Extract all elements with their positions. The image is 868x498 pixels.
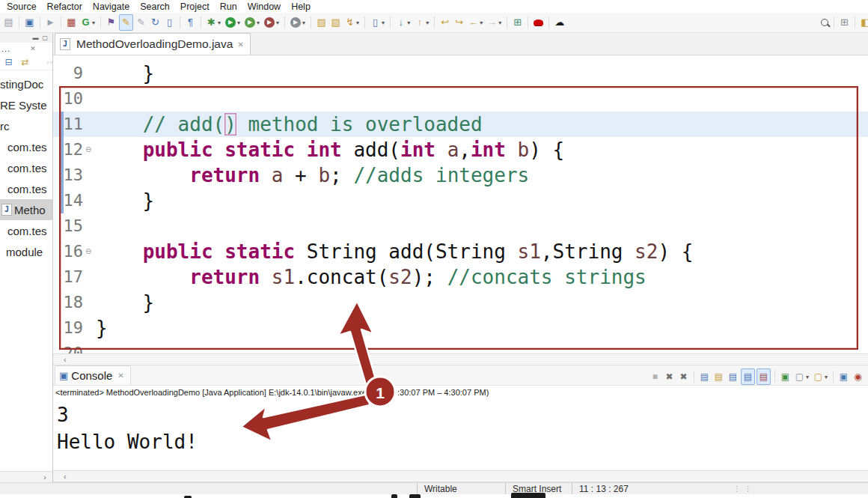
open-console-icon[interactable]: ▣: [23, 15, 36, 30]
clear-console-icon[interactable]: ▤: [698, 369, 711, 384]
import-icon[interactable]: ↓▾: [394, 15, 412, 30]
dropdown-arrow-icon[interactable]: ▾: [218, 19, 221, 26]
maximize-view-icon[interactable]: ◉: [852, 369, 864, 384]
dropdown-arrow-icon[interactable]: ▾: [237, 19, 240, 26]
dropdown-arrow-icon[interactable]: ▾: [498, 19, 501, 26]
scroll-left-icon[interactable]: ‹: [64, 472, 67, 481]
dropdown-arrow-icon[interactable]: ▾: [302, 19, 305, 26]
export-icon[interactable]: ↑▾: [413, 15, 430, 30]
java-element-icon[interactable]: ▯▾: [369, 15, 386, 30]
tab-methodoverloadingdemo[interactable]: J MethodOverloadingDemo.java ✕: [55, 33, 251, 55]
sidebar-item-com-tes[interactable]: com.tes: [0, 220, 52, 241]
open-folder-icon[interactable]: ▨: [315, 15, 328, 30]
dropdown-arrow-icon[interactable]: ▾: [276, 19, 279, 26]
java-perspective-icon[interactable]: ◧: [859, 15, 868, 30]
search-icon[interactable]: [819, 15, 830, 30]
show-whitespace-icon[interactable]: ¶: [184, 15, 197, 30]
menu-search[interactable]: Search: [135, 1, 175, 12]
menu-run[interactable]: Run: [215, 1, 242, 12]
open-perspective-icon[interactable]: ⊞: [838, 15, 851, 30]
save-icon[interactable]: ▤: [2, 15, 15, 30]
flashlight-icon[interactable]: ⚑: [105, 15, 117, 30]
debug-icon[interactable]: ✱▾: [205, 15, 222, 30]
dropdown-arrow-icon[interactable]: ▾: [257, 19, 260, 26]
closed-folder-icon[interactable]: ▧: [329, 15, 342, 30]
menu-window[interactable]: Window: [242, 1, 286, 12]
torch-icon[interactable]: ↯▾: [343, 15, 361, 30]
scroll-right-icon[interactable]: ›: [43, 473, 46, 482]
console-hscrollbar[interactable]: ‹: [53, 470, 868, 482]
package-explorer-tab[interactable]: ... ✕: [0, 43, 52, 55]
collapse-all-icon[interactable]: ⊟: [2, 55, 15, 70]
plugin-grid-icon-glyph: ▦: [67, 17, 76, 28]
external-tools-icon[interactable]: ▶▾: [289, 15, 307, 30]
maximize-view-icon[interactable]: ▢: [42, 34, 48, 43]
sidebar-item-com-tes[interactable]: com.tes: [0, 157, 52, 178]
menu-navigate[interactable]: Navigate: [88, 1, 135, 12]
editor-hscrollbar[interactable]: ‹: [53, 353, 868, 365]
dropdown-arrow-icon[interactable]: ▾: [382, 19, 385, 26]
dropdown-arrow-icon[interactable]: ▾: [806, 374, 809, 380]
dropdown-arrow-icon[interactable]: ▾: [407, 19, 410, 26]
new-window-icon[interactable]: ⊞: [511, 15, 524, 30]
scroll-left-icon[interactable]: ‹: [64, 355, 67, 364]
pin-console-icon[interactable]: ▣: [779, 369, 792, 384]
status-bar: Writable Smart Insert 11 : 13 : 267 ⋮ ⋮: [0, 482, 868, 494]
close-icon[interactable]: ✕: [30, 45, 36, 52]
forward-history-icon[interactable]: ↪: [453, 15, 465, 30]
tab-console[interactable]: ▣ Console ✕: [55, 365, 131, 385]
toolbar-separator: [774, 371, 775, 383]
profile-icon[interactable]: ▶▾: [263, 15, 281, 30]
close-icon[interactable]: ✕: [237, 40, 243, 49]
cloud-icon[interactable]: ☁: [553, 15, 566, 30]
minimize-view-icon[interactable]: ▬: [32, 34, 38, 43]
minimize-view-icon[interactable]: ▣: [837, 369, 850, 384]
link-with-editor-icon[interactable]: ⇄: [19, 55, 31, 70]
redhat-icon[interactable]: [532, 15, 545, 30]
menu-help[interactable]: Help: [286, 1, 316, 12]
next-annotation-icon[interactable]: →▾: [486, 15, 503, 30]
magnifier-shape: [821, 19, 828, 26]
dropdown-arrow-icon[interactable]: ▾: [426, 19, 429, 26]
update-icon[interactable]: ↻: [149, 15, 162, 30]
back-history-icon[interactable]: ↩: [438, 15, 451, 30]
sidebar-item-stingdoc[interactable]: stingDoc: [0, 73, 52, 94]
menu-project[interactable]: Project: [175, 1, 215, 12]
plugin-grid-icon[interactable]: ▦: [65, 15, 78, 30]
previous-annotation-icon[interactable]: ←▾: [467, 15, 484, 30]
display-selected-console-icon[interactable]: ▢▾: [793, 369, 810, 384]
gradle-refresh-icon[interactable]: G▾: [79, 15, 97, 30]
sidebar-item-com-tes[interactable]: com.tes: [0, 178, 52, 199]
new-class-icon[interactable]: ▯: [163, 15, 176, 30]
code-editor[interactable]: 89 }1011 // add() method is overloaded12…: [53, 55, 868, 353]
sidebar-item-module[interactable]: module: [0, 241, 52, 262]
mark-occurrences-icon[interactable]: ✎: [119, 14, 133, 31]
run-icon[interactable]: ▶▾: [224, 15, 242, 30]
terminate-icon[interactable]: ■: [649, 369, 661, 384]
minimize-view-icon-glyph: ▣: [839, 371, 849, 382]
sidebar-item-re-syste[interactable]: RE Syste: [0, 94, 52, 115]
menu-refactor[interactable]: Refactor: [42, 1, 88, 12]
package-explorer-toolbar: ⊟⇄◦◦⋮: [0, 55, 52, 70]
format-icon[interactable]: ✎: [135, 15, 147, 30]
coverage-icon[interactable]: ▶▾: [243, 15, 261, 30]
selection-cursor-icon[interactable]: ►: [44, 15, 57, 30]
dropdown-arrow-icon[interactable]: ▾: [356, 19, 359, 26]
sidebar-item-com-tes[interactable]: com.tes: [0, 136, 52, 157]
sidebar-item-rc[interactable]: rc: [0, 115, 52, 136]
close-icon[interactable]: ✕: [117, 371, 123, 380]
remove-all-launches-icon[interactable]: ✖: [677, 369, 690, 384]
sidebar-item-metho[interactable]: JMetho: [0, 199, 52, 220]
dropdown-arrow-icon[interactable]: ▾: [825, 374, 828, 380]
show-console-stderr-icon[interactable]: ▤: [757, 368, 771, 385]
open-console-icon[interactable]: ▢▾: [812, 369, 829, 384]
dropdown-arrow-icon[interactable]: ▾: [92, 19, 95, 26]
package-explorer-hscrollbar[interactable]: ›: [0, 471, 52, 482]
show-console-stdout-icon[interactable]: ▤: [741, 368, 755, 385]
remove-launch-icon[interactable]: ✖: [663, 369, 676, 384]
dropdown-arrow-icon[interactable]: ▾: [480, 19, 483, 26]
console-output[interactable]: 3Hello World!: [53, 400, 868, 470]
word-wrap-icon[interactable]: ▤: [727, 369, 739, 384]
scroll-lock-icon[interactable]: ▤: [712, 369, 725, 384]
menu-source[interactable]: Source: [1, 1, 42, 12]
